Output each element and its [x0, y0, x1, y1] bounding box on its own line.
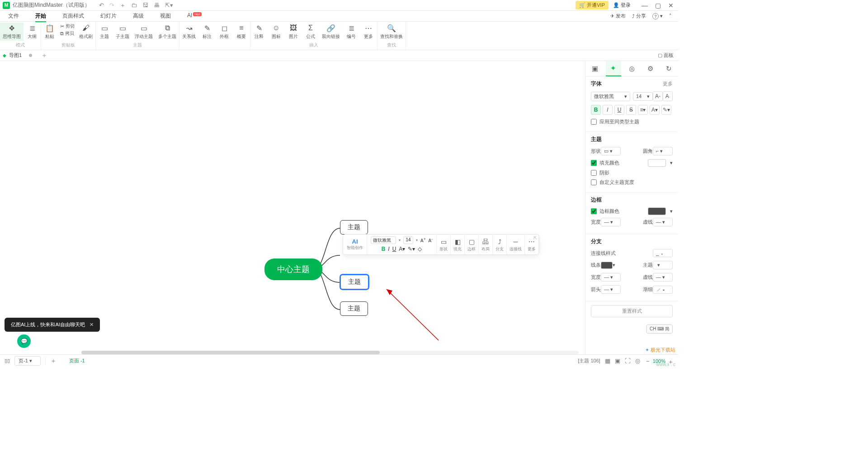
ribbon-paste[interactable]: 📋粘贴: [41, 23, 58, 41]
canvas[interactable]: 中心主题 主题 主题 主题 主题 ⇱ AI 智能创作 微软雅黑▾ 14▾ A+ …: [0, 61, 585, 354]
export-icon[interactable]: ⇱▾: [165, 2, 173, 9]
branch-width-select[interactable]: — ▾: [601, 273, 621, 282]
ft-font-family[interactable]: 微软雅黑: [371, 236, 396, 244]
font-size-select[interactable]: 14▾: [633, 92, 653, 101]
ribbon-note[interactable]: ✎注释: [250, 23, 268, 41]
ribbon-summary[interactable]: ≡概要: [233, 23, 250, 41]
ft-shape[interactable]: ▭形状: [437, 235, 451, 254]
corner-select[interactable]: ⌐ ▾: [653, 147, 673, 155]
zoom-out-button[interactable]: −: [645, 358, 651, 364]
underline-icon[interactable]: U: [392, 246, 396, 252]
ribbon-callout[interactable]: ✎标注: [198, 23, 216, 41]
tab-advanced[interactable]: 高级: [125, 10, 152, 22]
print-icon[interactable]: 🖶: [154, 2, 160, 9]
ribbon-find-replace[interactable]: 🔍查找和替换: [377, 23, 406, 41]
rp-tab-format[interactable]: ✦: [606, 61, 621, 76]
add-page-button[interactable]: ＋: [45, 357, 57, 365]
border-swatch[interactable]: [648, 207, 666, 215]
ribbon-hyperlink[interactable]: 🔗双向链接: [319, 23, 343, 41]
tab-start[interactable]: 开始: [27, 10, 54, 22]
add-document-button[interactable]: ＋: [41, 52, 47, 60]
line-swatch[interactable]: [601, 262, 613, 269]
highlight-button[interactable]: ✎▾: [661, 105, 671, 115]
collapse-ribbon-icon[interactable]: ˄: [669, 13, 672, 19]
border-dash-select[interactable]: — ▾: [653, 218, 673, 226]
shape-select[interactable]: ▭ ▾: [601, 147, 621, 155]
save-icon[interactable]: 🖫: [142, 2, 148, 9]
vip-button[interactable]: 🛒开通VIP: [576, 1, 609, 9]
font-color-button[interactable]: A▾: [650, 105, 660, 115]
ribbon-numbering[interactable]: ≣编号: [343, 23, 360, 41]
ribbon-insert-icon[interactable]: ☺图标: [268, 23, 285, 41]
minimize-icon[interactable]: —: [640, 2, 650, 9]
toast-close-icon[interactable]: ✕: [90, 322, 94, 328]
font-dec-icon[interactable]: A-: [429, 237, 433, 243]
open-icon[interactable]: 🗀: [131, 2, 137, 9]
ribbon-formula[interactable]: Σ公式: [302, 23, 319, 41]
clear-format-icon[interactable]: ◇: [418, 246, 422, 252]
bold-icon[interactable]: B: [382, 246, 386, 252]
topic-node-1[interactable]: 主题: [340, 220, 368, 235]
ribbon-multi-topic[interactable]: ⧉多个主题: [156, 23, 179, 41]
page-select[interactable]: 页-1 ▾: [14, 356, 41, 366]
branch-arrow-select[interactable]: — ▾: [601, 285, 621, 294]
font-shrink-button[interactable]: A-: [663, 91, 673, 101]
ribbon-format-painter[interactable]: 🖌格式刷: [76, 23, 95, 41]
new-icon[interactable]: ＋: [120, 1, 126, 9]
ft-border[interactable]: ▢边框: [465, 235, 479, 254]
apply-same-check[interactable]: 应用至同类型主题: [591, 118, 673, 125]
border-width-select[interactable]: — ▾: [601, 218, 621, 226]
tab-slides[interactable]: 幻灯片: [92, 10, 125, 22]
fill-check[interactable]: 填充颜色▾: [591, 159, 673, 167]
font-family-select[interactable]: 微软雅黑▾: [591, 92, 630, 101]
focus-icon[interactable]: ◎: [635, 357, 640, 364]
tab-page-style[interactable]: 页面样式: [54, 10, 92, 22]
help-button[interactable]: ?▾: [652, 13, 663, 19]
ft-ai[interactable]: AI 智能创作: [343, 235, 367, 254]
branch-taper-select[interactable]: ⟋ ▾: [653, 286, 673, 294]
branch-topic-select[interactable]: ▾: [653, 261, 673, 269]
strike-button[interactable]: S: [626, 105, 636, 115]
close-icon[interactable]: ✕: [666, 2, 675, 9]
tab-ai[interactable]: AIHot: [179, 10, 210, 22]
presentation-icon[interactable]: ▣: [615, 357, 620, 364]
redo-icon[interactable]: ↷: [109, 2, 114, 9]
scroll-thumb[interactable]: [81, 351, 380, 354]
font-more[interactable]: 更多: [663, 80, 673, 87]
horizontal-scrollbar[interactable]: [81, 351, 579, 354]
ribbon-more-insert[interactable]: ⋯更多: [360, 23, 377, 41]
central-topic[interactable]: 中心主题: [264, 258, 322, 280]
bold-button[interactable]: B: [591, 105, 601, 115]
ribbon-cut[interactable]: ✂剪切: [60, 23, 75, 30]
maximize-icon[interactable]: ▢: [653, 2, 663, 9]
font-color-icon[interactable]: A▾: [399, 246, 405, 252]
ft-layout[interactable]: 品布局: [479, 235, 493, 254]
ribbon-outline[interactable]: ≣大纲: [24, 23, 41, 41]
italic-button[interactable]: I: [603, 105, 613, 115]
ft-branch[interactable]: ⤴分支: [493, 235, 507, 254]
tab-view[interactable]: 视图: [152, 10, 179, 22]
ribbon-mindmap[interactable]: ❖思维导图: [0, 23, 24, 41]
connector-style-select[interactable]: ⎯ ▾: [653, 249, 673, 257]
pin-icon[interactable]: ⇱: [533, 235, 537, 240]
underline-button[interactable]: U: [614, 105, 624, 115]
panel-toggle[interactable]: ▢ 面板: [658, 52, 675, 59]
align-button[interactable]: ≡▾: [638, 105, 648, 115]
document-tab[interactable]: 导图1: [9, 52, 32, 59]
ribbon-boundary[interactable]: ◻外框: [216, 23, 233, 41]
undo-icon[interactable]: ↶: [99, 2, 104, 9]
login-button[interactable]: 👤登录: [613, 2, 631, 9]
rp-tab-marker[interactable]: ◎: [624, 61, 640, 76]
shadow-check[interactable]: 阴影: [591, 169, 673, 176]
font-inc-icon[interactable]: A+: [420, 237, 426, 243]
rp-tab-theme[interactable]: ⚙: [643, 61, 658, 76]
reset-style-button[interactable]: 重置样式: [591, 305, 673, 317]
ft-font-size[interactable]: 14: [403, 236, 413, 244]
border-color-check[interactable]: 边框颜色▾: [591, 207, 673, 215]
publish-button[interactable]: ✈发布: [610, 13, 626, 19]
fill-swatch[interactable]: [648, 159, 666, 167]
share-button[interactable]: ⤴分享: [632, 13, 646, 19]
font-grow-button[interactable]: A+: [653, 91, 663, 101]
highlight-icon[interactable]: ✎▾: [408, 246, 415, 252]
ai-fab-button[interactable]: 💬: [17, 334, 31, 348]
